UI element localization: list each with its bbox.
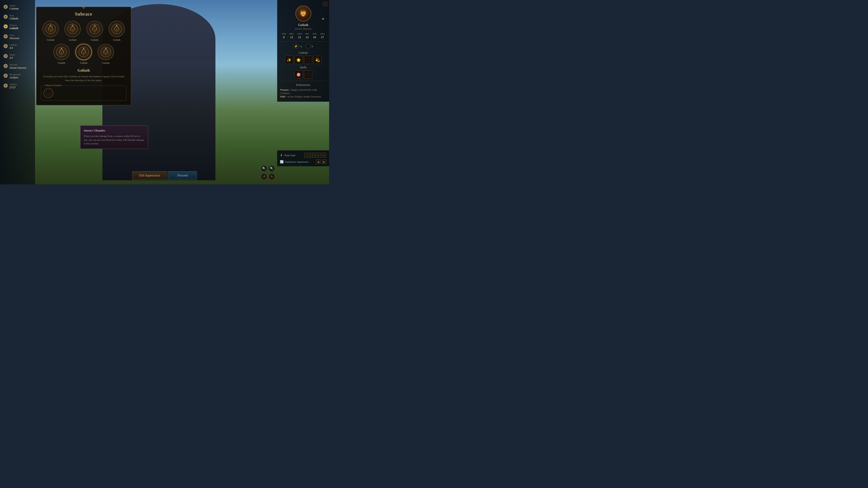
sidebar-item-abilities[interactable]: Abilities27/27 [2, 82, 33, 90]
zoom-out-button[interactable]: 🔍 [269, 165, 275, 172]
proficiencies-section: Proficiencies Weapons - Daggers, Quarter… [280, 81, 327, 98]
proceed-button[interactable]: Proceed [168, 171, 197, 180]
sidebar-category-subrace: Subrace [9, 24, 18, 27]
character-panel: × ★ 🦁 Goliath Level 1 Sorcerer STR8DEX13… [277, 0, 329, 102]
close-button[interactable]: × [323, 2, 327, 6]
spells-row: 🎯⚔ [280, 70, 327, 78]
body-type-icons: 1234 [305, 153, 327, 158]
sidebar-category-subclass: Subclass [9, 64, 26, 66]
sidebar-item-class[interactable]: ClassSorcerer [2, 33, 33, 41]
body-type-btn-2[interactable]: 2 [310, 153, 315, 158]
tooltip-box: Storm's Thunder When you take damage fro… [80, 125, 148, 149]
subrace-icon-row2-1 [75, 44, 92, 60]
body-type-btn-4[interactable]: 4 [321, 153, 327, 158]
emblem-icon: 🦁 [296, 6, 311, 22]
stat-name-wis: WIS [313, 33, 317, 35]
rotate-right-button[interactable]: ↻ [269, 173, 275, 180]
body-type-section: 🧍 Body Type 1234 🔄 Randomise Appearance … [277, 150, 329, 166]
subrace-selected-name: Goliath [41, 68, 126, 73]
cantrip-icon-3[interactable]: 💫 [313, 56, 322, 64]
svg-point-7 [116, 25, 117, 26]
sidebar-label-class: Sorcerer [9, 37, 20, 40]
spell-icon-1[interactable]: ⚔ [304, 70, 312, 78]
stat-int: INT12 [305, 33, 309, 39]
bottom-bar: Edit Appearance Proceed [132, 171, 197, 180]
stat-str: STR8 [282, 33, 286, 39]
stat-name-dex: DEX [289, 33, 293, 35]
stat-cha: CHA17 [320, 33, 324, 39]
subrace-option-row1-3[interactable]: Goliath [107, 21, 127, 41]
subrace-features-section: Subrace Features ⛈ [41, 86, 126, 101]
randomise-row: 🔄 Randomise Appearance ◀ ▶ [280, 160, 327, 164]
sidebar-check-race [4, 15, 8, 19]
sidebar-check-spells [4, 54, 8, 58]
resource-value-1: 8 [312, 45, 313, 48]
sidebar-check-class [4, 34, 8, 38]
stat-dex: DEX13 [289, 33, 293, 39]
sidebar-check-subclass [4, 64, 8, 68]
subrace-icon-row2-2 [98, 44, 114, 60]
body-type-btn-3[interactable]: 3 [316, 153, 321, 158]
body-type-btn-1[interactable]: 1 [305, 153, 309, 158]
resource-row: ⚡+1❤8 [280, 44, 327, 49]
stat-wis: WIS10 [313, 33, 317, 39]
randomise-next-button[interactable]: ▶ [322, 160, 327, 164]
sidebar-item-subclass[interactable]: SubclassStorm Sorcery [2, 63, 33, 71]
stat-value-wis: 10 [313, 35, 316, 39]
rotate-controls: ↺ ↻ [261, 173, 275, 180]
subrace-option-row2-0[interactable]: Goliath [52, 44, 71, 64]
character-subtitle: Level 1 Sorcerer [280, 27, 327, 30]
sidebar-item-background[interactable]: BackgroundAcolyte [2, 72, 33, 80]
sidebar-item-origin[interactable]: OriginCustom [2, 3, 33, 11]
weapons-label: Weapons - [280, 89, 291, 91]
sidebar-check-background [4, 74, 8, 78]
zoom-controls: 🔍 🔍 [261, 165, 275, 172]
rotate-left-button[interactable]: ↺ [261, 173, 267, 180]
sidebar-item-race[interactable]: RaceGoliath [2, 13, 33, 22]
subrace-features-title: Subrace Features [43, 84, 63, 87]
cantrips-row: ✨🌟❄💫 [280, 56, 327, 64]
cantrip-icon-1[interactable]: 🌟 [294, 56, 303, 64]
cantrip-icon-0[interactable]: ✨ [285, 56, 293, 64]
storms-thunder-icon[interactable]: ⛈ [43, 88, 53, 98]
subrace-option-row1-2[interactable]: Goliath [85, 21, 104, 41]
subrace-option-row1-0[interactable]: Goliath [41, 21, 60, 41]
sidebar-item-cantrips[interactable]: Cantrips4/4 [2, 43, 33, 51]
randomise-prev-button[interactable]: ◀ [316, 160, 320, 164]
sidebar-category-class: Class [9, 34, 20, 37]
svg-point-3 [72, 25, 73, 26]
subrace-panel-title: Subrace [41, 11, 126, 17]
star-icon: ★ [322, 17, 324, 21]
randomise-icon: 🔄 [280, 160, 284, 164]
subrace-option-row2-1[interactable]: Goliath [74, 44, 93, 64]
sidebar-label-race: Goliath [9, 17, 18, 21]
subrace-option-row2-2[interactable]: Goliath [96, 44, 116, 64]
subrace-label-row2-2: Goliath [102, 61, 110, 64]
subrace-icon-row1-3 [108, 21, 125, 37]
stat-con: CON15 [297, 33, 302, 39]
stat-name-int: INT [305, 33, 309, 35]
sidebar-check-subrace [4, 24, 8, 29]
subrace-label-row2-0: Goliath [58, 61, 65, 64]
edit-appearance-button[interactable]: Edit Appearance [132, 171, 167, 180]
sidebar-category-abilities: Abilities [9, 83, 17, 86]
zoom-in-button[interactable]: 🔍 [261, 165, 267, 172]
svg-point-11 [83, 48, 84, 49]
subrace-feature-icon[interactable]: ⛈ [43, 88, 53, 98]
cantrip-icon-2[interactable]: ❄ [304, 56, 312, 64]
subrace-panel: ⚙ Subrace Goliath Goliath Goliath Goliat… [36, 7, 131, 105]
sidebar-label-subrace: Goliath [9, 27, 18, 30]
sidebar-item-spells[interactable]: Spells2/2 [2, 53, 33, 61]
stat-name-con: CON [297, 33, 302, 35]
sidebar-label-abilities: 27/27 [9, 86, 17, 90]
subrace-grid-row2: Goliath Goliath Goliath [41, 44, 126, 64]
subrace-option-row1-1[interactable]: Goliath [63, 21, 83, 41]
sidebar-item-subrace[interactable]: SubraceGoliath [2, 23, 33, 31]
subrace-description: Towering over most folk, Goliaths are di… [41, 74, 126, 82]
spells-label: Spells [280, 66, 327, 69]
weapons-proficiency: Weapons - Daggers, Quarterstaffs, Light … [280, 88, 327, 95]
stat-name-str: STR [282, 33, 286, 35]
sidebar-category-origin: Origin [9, 4, 19, 7]
subrace-label-row1-2: Goliath [91, 38, 98, 41]
spell-icon-0[interactable]: 🎯 [294, 70, 303, 78]
